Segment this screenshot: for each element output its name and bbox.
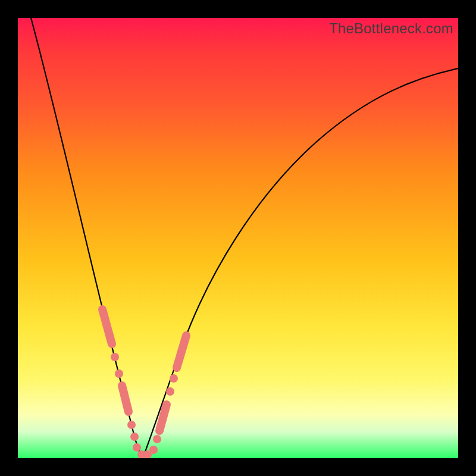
- marker-cluster: [102, 309, 186, 458]
- marker-dot: [133, 443, 141, 452]
- marker-capsule-left-lower: [122, 386, 129, 412]
- marker-dot: [170, 374, 178, 383]
- outer-frame: TheBottleneck.com: [0, 0, 476, 476]
- marker-capsule-right-upper: [177, 336, 186, 368]
- marker-dot: [149, 446, 158, 454]
- marker-dot: [115, 369, 123, 378]
- marker-dot: [166, 387, 174, 396]
- marker-dot: [153, 435, 161, 443]
- marker-dot: [111, 353, 119, 361]
- v-curve-chart: [18, 18, 458, 458]
- marker-capsule-left-upper: [102, 309, 112, 344]
- plot-area: TheBottleneck.com: [18, 18, 458, 458]
- marker-dot: [130, 433, 139, 441]
- marker-dot: [127, 421, 136, 429]
- curve-right-branch: [143, 68, 458, 458]
